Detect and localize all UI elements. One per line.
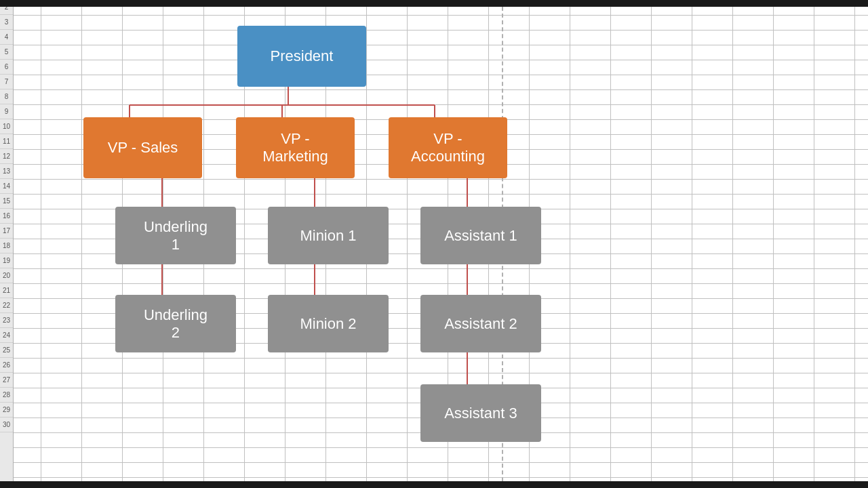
underling1-node: Underling 1 xyxy=(115,207,236,264)
row-num: 4 xyxy=(0,30,13,45)
president-node: President xyxy=(237,26,366,87)
row-num: 28 xyxy=(0,388,13,403)
row-num: 6 xyxy=(0,60,13,75)
vp-marketing-node: VP - Marketing xyxy=(236,117,355,178)
vp-accounting-label: VP - Accounting xyxy=(411,130,485,165)
row-num: 22 xyxy=(0,298,13,313)
vp-sales-label: VP - Sales xyxy=(108,139,178,157)
bottom-bar xyxy=(0,481,868,488)
minion2-node: Minion 2 xyxy=(268,295,389,352)
row-num: 24 xyxy=(0,328,13,343)
vp-sales-node: VP - Sales xyxy=(83,117,202,178)
row-num: 20 xyxy=(0,268,13,283)
minion1-node: Minion 1 xyxy=(268,207,389,264)
org-chart: President VP - Sales VP - Marketing VP -… xyxy=(14,7,868,481)
assistant1-label: Assistant 1 xyxy=(444,227,517,245)
row-num: 3 xyxy=(0,15,13,30)
row-num: 10 xyxy=(0,119,13,134)
underling2-node: Underling 2 xyxy=(115,295,236,352)
assistant3-node: Assistant 3 xyxy=(420,384,541,442)
minion2-label: Minion 2 xyxy=(300,315,356,333)
row-num: 14 xyxy=(0,179,13,194)
assistant1-node: Assistant 1 xyxy=(420,207,541,264)
row-num: 7 xyxy=(0,75,13,89)
assistant3-label: Assistant 3 xyxy=(444,405,517,422)
row-num: 26 xyxy=(0,358,13,373)
row-num: 11 xyxy=(0,134,13,149)
assistant2-label: Assistant 2 xyxy=(444,315,517,333)
vp-marketing-label: VP - Marketing xyxy=(262,130,328,165)
minion1-label: Minion 1 xyxy=(300,227,356,245)
row-num: 25 xyxy=(0,343,13,358)
underling1-label: Underling 1 xyxy=(144,218,208,253)
top-bar xyxy=(0,0,868,7)
president-label: President xyxy=(271,47,334,65)
row-num: 19 xyxy=(0,253,13,268)
row-num: 8 xyxy=(0,89,13,104)
row-num: 30 xyxy=(0,418,13,432)
row-num: 27 xyxy=(0,373,13,388)
row-num: 13 xyxy=(0,164,13,179)
row-num: 17 xyxy=(0,224,13,239)
row-num: 21 xyxy=(0,283,13,298)
row-num: 15 xyxy=(0,194,13,209)
spreadsheet: 2 3 4 5 6 7 8 9 10 11 12 13 14 15 16 17 … xyxy=(0,0,868,488)
row-numbers: 2 3 4 5 6 7 8 9 10 11 12 13 14 15 16 17 … xyxy=(0,0,14,488)
row-num: 5 xyxy=(0,45,13,60)
assistant2-node: Assistant 2 xyxy=(420,295,541,352)
underling2-label: Underling 2 xyxy=(144,306,208,342)
row-num: 12 xyxy=(0,149,13,164)
row-num: 9 xyxy=(0,104,13,119)
vp-accounting-node: VP - Accounting xyxy=(389,117,507,178)
row-num: 23 xyxy=(0,313,13,328)
row-num: 16 xyxy=(0,209,13,224)
row-num: 18 xyxy=(0,239,13,253)
row-num: 29 xyxy=(0,403,13,418)
